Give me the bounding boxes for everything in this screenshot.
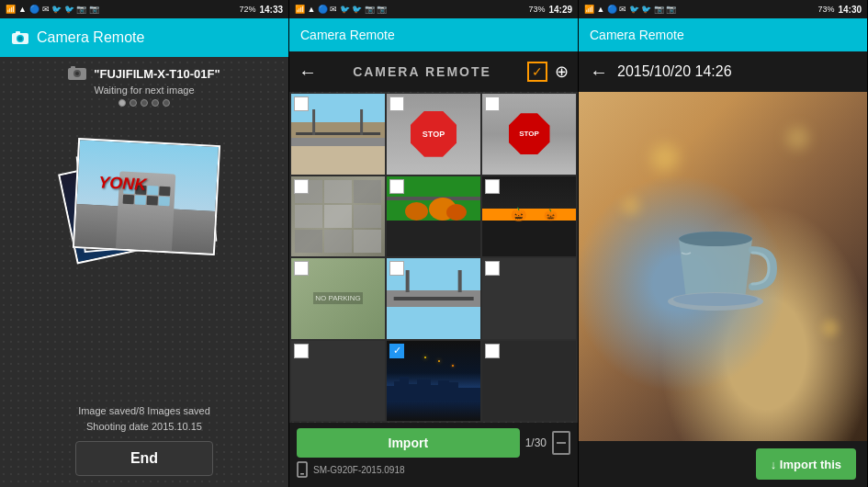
time-1: 14:33 bbox=[259, 5, 283, 15]
footer-text: SM-G920F-2015.0918 bbox=[313, 465, 405, 475]
app-title-3: Camera Remote bbox=[590, 28, 684, 42]
import-button[interactable]: Import bbox=[297, 428, 520, 458]
grid-checkbox-8[interactable] bbox=[389, 261, 404, 276]
grid-checkbox-2[interactable] bbox=[389, 96, 404, 111]
bluetooth-icon: 🔵 bbox=[29, 5, 39, 14]
time-2: 14:29 bbox=[548, 5, 572, 15]
svg-rect-3 bbox=[16, 31, 20, 34]
misc-icons: ✉ 🐦 🐦 📷 📷 bbox=[42, 5, 99, 14]
app-title-2: Camera Remote bbox=[300, 28, 395, 42]
photo-grid: STOP STOP bbox=[289, 92, 578, 423]
grid-cell-5 bbox=[387, 176, 480, 257]
import-row: Import 1/30 bbox=[297, 428, 570, 458]
svg-point-2 bbox=[18, 37, 23, 41]
footer-row: SM-G920F-2015.0918 bbox=[297, 461, 570, 478]
grid-checkbox-10[interactable] bbox=[294, 344, 309, 358]
p3-toolbar: ← 2015/10/20 14:26 bbox=[579, 51, 867, 92]
grid-cell-11 bbox=[387, 341, 480, 422]
photo-datetime: 2015/10/20 14:26 bbox=[617, 63, 732, 80]
grid-cell-7: NO PARKING bbox=[291, 258, 385, 339]
grid-checkbox-12[interactable] bbox=[485, 344, 500, 358]
svg-rect-7 bbox=[71, 66, 75, 69]
camera-icon-1 bbox=[11, 30, 29, 45]
count-text: 1/30 bbox=[525, 436, 547, 449]
import-this-button[interactable]: ↓ Import this bbox=[756, 448, 856, 480]
progress-dots bbox=[118, 99, 170, 107]
svg-point-13 bbox=[673, 293, 758, 306]
grid-checkbox-9[interactable] bbox=[485, 261, 500, 276]
dot-2 bbox=[130, 99, 137, 107]
dot-1 bbox=[118, 99, 126, 107]
app-header-3: Camera Remote bbox=[579, 18, 867, 51]
main-photo bbox=[579, 92, 867, 441]
dot-4 bbox=[152, 99, 159, 107]
cam-small-icon bbox=[68, 66, 88, 81]
grid-cell-12 bbox=[482, 341, 576, 422]
grid-checkbox-4[interactable] bbox=[294, 179, 309, 194]
p1-body: "FUJIFILM-X-T10-01F" Waiting for next im… bbox=[0, 57, 288, 487]
back-button-3[interactable]: ← bbox=[590, 62, 608, 83]
grid-cell-9 bbox=[482, 258, 576, 339]
grid-checkbox-6[interactable] bbox=[485, 179, 500, 194]
grid-cell-10 bbox=[291, 341, 385, 422]
status-icons-1: 📶 ▲ 🔵 ✉ 🐦 🐦 📷 📷 bbox=[6, 5, 99, 14]
svg-point-6 bbox=[75, 72, 79, 75]
grid-cell-1 bbox=[291, 94, 385, 175]
svg-point-11 bbox=[679, 232, 752, 246]
phone-icon bbox=[297, 461, 308, 478]
wifi-icon: ▲ bbox=[18, 5, 27, 14]
status-icons-3: 📶 ▲ 🔵 ✉ 🐦 🐦 📷 📷 bbox=[584, 5, 676, 14]
toolbar-title: CAMERA REMOTE bbox=[324, 64, 520, 79]
grid-cell-6: 🎃 🎃 bbox=[482, 176, 576, 257]
battery-percent-2: 73% bbox=[528, 5, 545, 14]
status-bar-2: 📶 ▲ 🔵 ✉ 🐦 🐦 📷 📷 73% 14:29 bbox=[289, 0, 578, 18]
dot-3 bbox=[141, 99, 148, 107]
import-button-label: Import bbox=[389, 436, 429, 450]
p2-toolbar: ← CAMERA REMOTE ⊕ bbox=[289, 51, 578, 92]
app-title-1: Camera Remote bbox=[37, 29, 144, 46]
status-icons-2: 📶 ▲ 🔵 ✉ 🐦 🐦 📷 📷 bbox=[295, 5, 387, 14]
status-detail: Image saved/8 Images saved Shooting date… bbox=[78, 405, 210, 432]
status-text: Image saved/8 Images saved Shooting date… bbox=[78, 403, 210, 434]
app-header-1: Camera Remote bbox=[0, 18, 288, 57]
network-icon: 📶 bbox=[6, 5, 16, 14]
back-button-2[interactable]: ← bbox=[299, 62, 317, 83]
photo-card-front: YONK bbox=[73, 138, 220, 255]
network-icon-2: 📶 ▲ 🔵 ✉ 🐦 🐦 📷 📷 bbox=[295, 5, 387, 14]
grid-checkbox-11[interactable] bbox=[389, 344, 404, 358]
photo-stack: YONK bbox=[57, 114, 231, 298]
grid-checkbox-3[interactable] bbox=[485, 96, 500, 111]
camera-name: "FUJIFILM-X-T10-01F" bbox=[94, 67, 220, 81]
dot-5 bbox=[163, 99, 170, 107]
grid-checkbox-7[interactable] bbox=[294, 261, 309, 276]
panel-3: 📶 ▲ 🔵 ✉ 🐦 🐦 📷 📷 73% 14:30 Camera Remote … bbox=[579, 0, 868, 487]
grid-cell-4 bbox=[291, 176, 385, 257]
status-bar-1: 📶 ▲ 🔵 ✉ 🐦 🐦 📷 📷 72% 14:33 bbox=[0, 0, 288, 18]
import-this-label: ↓ Import this bbox=[771, 458, 841, 471]
end-button-label: End bbox=[130, 450, 158, 467]
coffee-cup-svg bbox=[649, 211, 796, 322]
select-all-checkbox[interactable] bbox=[527, 62, 547, 82]
select-icon[interactable] bbox=[552, 431, 570, 455]
svg-rect-8 bbox=[298, 462, 307, 477]
waiting-text: Waiting for next image bbox=[94, 85, 194, 96]
grid-checkbox-5[interactable] bbox=[389, 179, 404, 194]
camera-label: "FUJIFILM-X-T10-01F" bbox=[68, 66, 220, 81]
battery-percent-3: 73% bbox=[817, 5, 834, 14]
grid-cell-8 bbox=[387, 258, 480, 339]
panel-1: 📶 ▲ 🔵 ✉ 🐦 🐦 📷 📷 72% 14:33 Camera Remote bbox=[0, 0, 289, 487]
grid-cell-3: STOP bbox=[482, 94, 576, 175]
battery-percent-1: 72% bbox=[239, 5, 255, 14]
end-button[interactable]: End bbox=[75, 441, 213, 476]
grid-cell-2: STOP bbox=[387, 94, 480, 175]
network-icon-3: 📶 ▲ 🔵 ✉ 🐦 🐦 📷 📷 bbox=[584, 5, 676, 14]
p3-bottom: ↓ Import this bbox=[579, 441, 867, 487]
zoom-icon[interactable]: ⊕ bbox=[555, 62, 569, 82]
app-header-2: Camera Remote bbox=[289, 18, 578, 51]
grid-checkbox-1[interactable] bbox=[294, 96, 309, 111]
svg-rect-9 bbox=[300, 473, 304, 475]
status-bar-3: 📶 ▲ 🔵 ✉ 🐦 🐦 📷 📷 73% 14:30 bbox=[579, 0, 867, 18]
panel-2: 📶 ▲ 🔵 ✉ 🐦 🐦 📷 📷 73% 14:29 Camera Remote … bbox=[289, 0, 579, 487]
p2-bottom: Import 1/30 SM-G920F-2015.0918 bbox=[289, 423, 578, 487]
time-3: 14:30 bbox=[838, 5, 862, 15]
